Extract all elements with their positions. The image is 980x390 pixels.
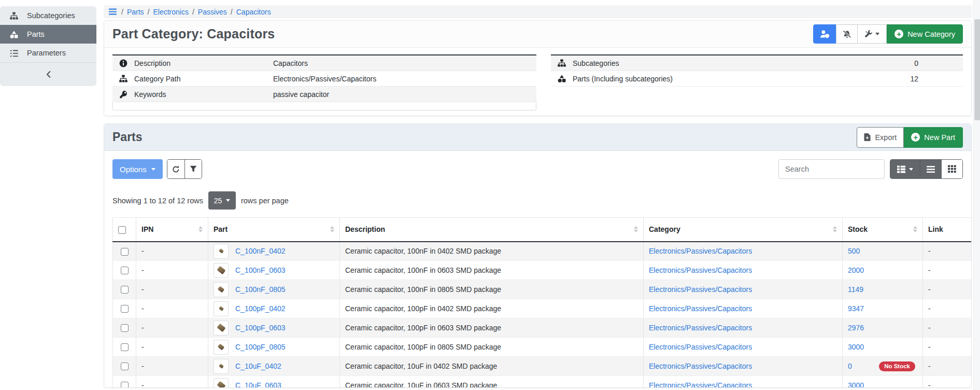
options-button[interactable]: Options — [112, 159, 163, 179]
capacitor-0805-thumb[interactable] — [214, 282, 229, 297]
link-cell: - — [923, 242, 972, 261]
column-header-link: Link — [923, 218, 972, 242]
part-link[interactable]: C_100nF_0402 — [235, 247, 286, 255]
ipn-cell: - — [136, 318, 208, 338]
breadcrumb-link-capacitors[interactable]: Capacitors — [236, 8, 271, 16]
capacitor-0603-thumb[interactable] — [214, 321, 229, 336]
breadcrumb-link-electronics[interactable]: Electronics — [153, 8, 188, 16]
row-checkbox[interactable] — [121, 324, 129, 332]
row-checkbox[interactable] — [121, 382, 129, 388]
row-checkbox[interactable] — [121, 248, 129, 256]
sidebar-item-subcategories[interactable]: Subcategories — [0, 6, 96, 25]
category-link[interactable]: Electronics/Passives/Capacitors — [649, 285, 752, 294]
wrench-icon — [864, 30, 872, 38]
stock-link[interactable]: 1149 — [848, 285, 863, 294]
column-header-part[interactable]: Part — [208, 218, 340, 242]
new-category-label: New Category — [907, 30, 955, 38]
category-counts-table: Subcategories0Parts (Including subcatego… — [551, 54, 963, 87]
link-cell: - — [923, 376, 972, 388]
column-label: Link — [928, 225, 943, 233]
part-row: -C_100pF_0402Ceramic capacitor, 100pF in… — [113, 299, 972, 318]
capacitor-0603-thumb[interactable] — [214, 263, 229, 278]
capacitor-0402-thumb[interactable] — [214, 301, 229, 316]
category-link[interactable]: Electronics/Passives/Capacitors — [649, 266, 752, 274]
part-link[interactable]: C_100nF_0603 — [235, 266, 286, 274]
category-link[interactable]: Electronics/Passives/Capacitors — [649, 247, 752, 255]
description-cell: Ceramic capacitor, 10uF in 0402 SMD pack… — [340, 357, 644, 376]
filter-icon — [190, 165, 197, 173]
breadcrumb-link-parts[interactable]: Parts — [127, 8, 144, 16]
parts-panel-header: Parts Export New Part — [104, 124, 971, 151]
stock-link[interactable]: 3000 — [848, 343, 864, 351]
part-link[interactable]: C_100pF_0402 — [235, 304, 286, 313]
category-link[interactable]: Electronics/Passives/Capacitors — [649, 381, 752, 388]
column-header-ipn[interactable]: IPN — [136, 218, 208, 242]
key-icon — [112, 90, 134, 99]
search-input[interactable] — [778, 159, 885, 179]
sidebar-item-parts[interactable]: Parts — [0, 25, 96, 44]
rows-per-page-label: rows per page — [241, 197, 289, 205]
stock-link[interactable]: 0 — [848, 362, 852, 370]
page-size-select[interactable]: 25 — [208, 191, 236, 210]
category-link[interactable]: Electronics/Passives/Capacitors — [649, 324, 752, 332]
row-checkbox[interactable] — [121, 305, 129, 313]
category-options-button[interactable] — [858, 24, 887, 44]
list-view-button[interactable] — [920, 160, 941, 178]
part-link[interactable]: C_100nF_0805 — [235, 285, 286, 294]
stock-link[interactable]: 3000 — [848, 381, 864, 388]
row-checkbox[interactable] — [121, 363, 129, 370]
capacitor-0402-thumb[interactable] — [214, 359, 229, 374]
category-link[interactable]: Electronics/Passives/Capacitors — [649, 343, 752, 351]
sort-icon — [634, 226, 638, 232]
list-check-icon — [9, 49, 19, 57]
chevron-left-icon — [46, 71, 51, 78]
page-size-value: 25 — [214, 197, 222, 205]
refresh-button[interactable] — [167, 160, 184, 178]
page: SubcategoriesPartsParameters /Parts/Elec… — [0, 0, 980, 390]
subscribe-button[interactable] — [836, 24, 858, 44]
capacitor-0805-thumb[interactable] — [214, 340, 229, 355]
part-link[interactable]: C_100pF_0603 — [235, 324, 286, 332]
user-roles-button[interactable] — [813, 24, 836, 44]
column-header-category[interactable]: Category — [644, 218, 843, 242]
part-link[interactable]: C_100pF_0805 — [235, 343, 286, 351]
stock-link[interactable]: 9347 — [848, 304, 864, 313]
plus-circle-icon — [894, 30, 903, 38]
table-toolbar: Options — [112, 159, 963, 179]
column-header-description[interactable]: Description — [340, 218, 644, 242]
breadcrumb-separator: / — [148, 8, 150, 16]
new-part-button[interactable]: New Part — [904, 127, 963, 148]
select-all-checkbox[interactable] — [118, 226, 126, 234]
file-export-icon — [864, 133, 871, 141]
stock-link[interactable]: 2000 — [848, 266, 864, 274]
table-tools-group — [167, 159, 202, 179]
filter-button[interactable] — [184, 160, 202, 178]
link-cell: - — [923, 338, 972, 357]
columns-toggle-button[interactable] — [890, 160, 920, 178]
scrollbar-thumb[interactable] — [974, 19, 980, 120]
link-cell: - — [923, 280, 972, 299]
capacitor-0603-thumb[interactable] — [214, 378, 229, 388]
breadcrumb-link-passives[interactable]: Passives — [198, 8, 227, 16]
capacitor-0402-thumb[interactable] — [214, 244, 229, 259]
row-checkbox[interactable] — [121, 286, 129, 294]
category-link[interactable]: Electronics/Passives/Capacitors — [649, 362, 752, 370]
page-scrollbar[interactable] — [973, 0, 980, 390]
detail-value: passive capacitor — [273, 90, 329, 99]
row-checkbox[interactable] — [121, 343, 129, 351]
part-link[interactable]: C_10uF_0402 — [235, 362, 281, 370]
new-category-button[interactable]: New Category — [887, 24, 963, 44]
category-link[interactable]: Electronics/Passives/Capacitors — [649, 304, 752, 313]
sidebar-item-parameters[interactable]: Parameters — [0, 44, 96, 62]
grid-view-button[interactable] — [941, 160, 962, 178]
stock-link[interactable]: 500 — [848, 247, 860, 255]
column-header-stock[interactable]: Stock — [843, 218, 923, 242]
sort-icon — [833, 226, 837, 232]
stock-link[interactable]: 2976 — [848, 324, 864, 332]
export-button[interactable]: Export — [857, 127, 904, 148]
detail-label: Parts (Including subcategories) — [573, 75, 910, 83]
row-checkbox[interactable] — [121, 267, 129, 274]
sidebar-collapse-button[interactable] — [0, 62, 96, 86]
part-link[interactable]: C_10uF_0603 — [235, 381, 281, 388]
menu-icon[interactable] — [109, 8, 117, 16]
